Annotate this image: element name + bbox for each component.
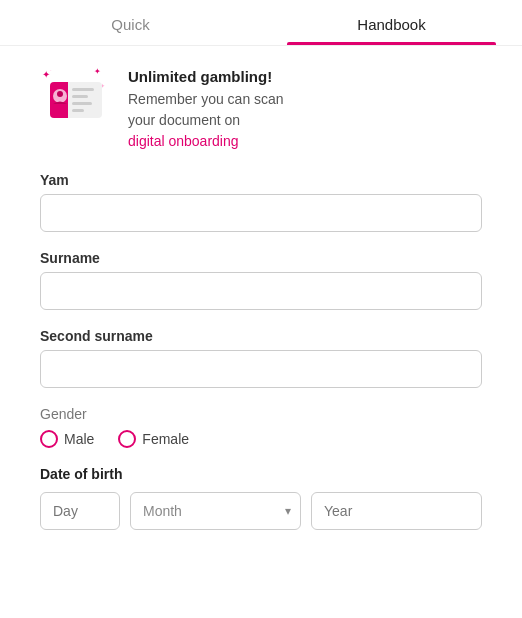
radio-female-circle [118, 430, 136, 448]
svg-rect-10 [72, 95, 88, 98]
svg-text:·: · [50, 67, 52, 73]
tab-handbook[interactable]: Handbook [261, 0, 522, 45]
svg-rect-12 [72, 109, 84, 112]
gender-radio-group: Male Female [40, 430, 482, 448]
dob-month-select[interactable]: Month January February March April May J… [130, 492, 301, 530]
gender-label: Gender [40, 406, 482, 422]
second-surname-label: Second surname [40, 328, 482, 344]
banner-text: Unlimited gambling! Remember you can sca… [128, 66, 284, 152]
surname-label: Surname [40, 250, 482, 266]
tab-bar: Quick Handbook [0, 0, 522, 46]
dob-day-input[interactable] [40, 492, 120, 530]
gender-male-option[interactable]: Male [40, 430, 94, 448]
yam-input[interactable] [40, 194, 482, 232]
svg-text:✦: ✦ [42, 69, 50, 80]
second-surname-group: Second surname [40, 328, 482, 388]
banner-link[interactable]: digital onboarding [128, 133, 239, 149]
svg-rect-11 [72, 102, 92, 105]
svg-text:✦: ✦ [94, 67, 101, 76]
id-card-illustration: ✦ ✦ ✦ · [40, 66, 112, 126]
second-surname-input[interactable] [40, 350, 482, 388]
gender-female-label: Female [142, 431, 189, 447]
dob-row: Month January February March April May J… [40, 492, 482, 530]
dob-year-wrapper [311, 492, 482, 530]
gender-male-label: Male [64, 431, 94, 447]
dob-group: Date of birth Month January February Mar… [40, 466, 482, 530]
dob-label: Date of birth [40, 466, 482, 482]
surname-group: Surname [40, 250, 482, 310]
dob-month-wrapper: Month January February March April May J… [130, 492, 301, 530]
yam-label: Yam [40, 172, 482, 188]
surname-input[interactable] [40, 272, 482, 310]
dob-day-wrapper [40, 492, 120, 530]
gender-group: Gender Male Female [40, 406, 482, 448]
banner-title: Unlimited gambling! [128, 68, 272, 85]
radio-male-circle [40, 430, 58, 448]
yam-group: Yam [40, 172, 482, 232]
banner-line1: Remember you can scan [128, 91, 284, 107]
banner-line2: your document on [128, 112, 240, 128]
svg-rect-9 [72, 88, 94, 91]
banner: ✦ ✦ ✦ · Unlimited gambling! Remember you… [0, 46, 522, 168]
svg-point-8 [57, 91, 63, 97]
gender-female-option[interactable]: Female [118, 430, 189, 448]
dob-year-input[interactable] [311, 492, 482, 530]
form: Yam Surname Second surname Gender Male F… [0, 168, 522, 568]
tab-quick[interactable]: Quick [0, 0, 261, 45]
